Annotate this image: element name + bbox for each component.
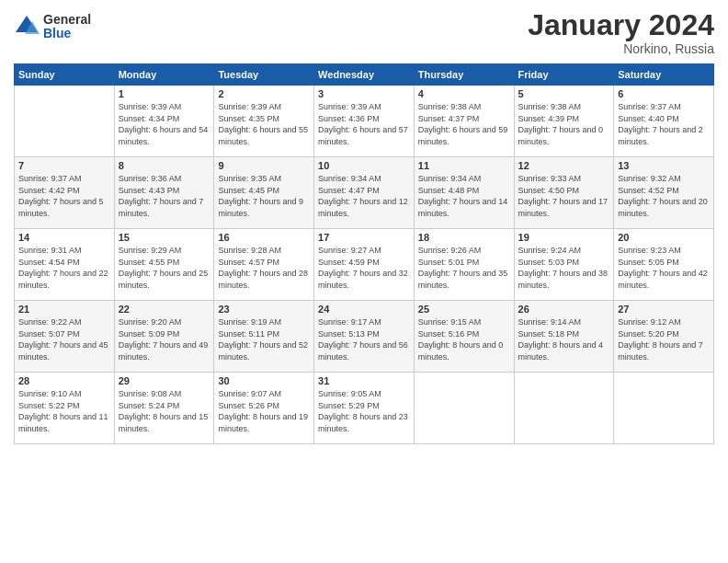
- title-section: January 2024 Norkino, Russia: [528, 9, 714, 56]
- week-row-2: 7 Sunrise: 9:37 AMSunset: 4:42 PMDayligh…: [15, 157, 714, 229]
- calendar-cell: 4 Sunrise: 9:38 AMSunset: 4:37 PMDayligh…: [414, 86, 514, 157]
- day-info: Sunrise: 9:22 AMSunset: 5:07 PMDaylight:…: [18, 316, 110, 362]
- calendar-cell: 14 Sunrise: 9:31 AMSunset: 4:54 PMDaylig…: [15, 229, 115, 301]
- calendar-cell: 6 Sunrise: 9:37 AMSunset: 4:40 PMDayligh…: [614, 86, 714, 157]
- day-info: Sunrise: 9:33 AMSunset: 4:50 PMDaylight:…: [518, 173, 610, 219]
- day-info: Sunrise: 9:28 AMSunset: 4:57 PMDaylight:…: [218, 245, 310, 291]
- day-number: 1: [119, 88, 210, 99]
- day-info: Sunrise: 9:05 AMSunset: 5:29 PMDaylight:…: [318, 388, 410, 434]
- calendar-cell: 22 Sunrise: 9:20 AMSunset: 5:09 PMDaylig…: [114, 301, 214, 373]
- logo-blue-text: Blue: [43, 27, 91, 40]
- logo-text: General Blue: [43, 13, 91, 41]
- day-info: Sunrise: 9:31 AMSunset: 4:54 PMDaylight:…: [18, 245, 110, 291]
- logo-general-text: General: [43, 13, 91, 27]
- calendar-cell: 11 Sunrise: 9:34 AMSunset: 4:48 PMDaylig…: [414, 157, 514, 229]
- day-info: Sunrise: 9:12 AMSunset: 5:20 PMDaylight:…: [618, 316, 710, 362]
- calendar-cell: 21 Sunrise: 9:22 AMSunset: 5:07 PMDaylig…: [15, 301, 115, 373]
- day-info: Sunrise: 9:15 AMSunset: 5:16 PMDaylight:…: [418, 316, 510, 362]
- day-number: 18: [418, 232, 510, 243]
- calendar-cell: 10 Sunrise: 9:34 AMSunset: 4:47 PMDaylig…: [314, 157, 415, 229]
- week-row-5: 28 Sunrise: 9:10 AMSunset: 5:22 PMDaylig…: [15, 373, 714, 444]
- day-number: 25: [418, 304, 510, 315]
- calendar-cell: 8 Sunrise: 9:36 AMSunset: 4:43 PMDayligh…: [114, 157, 214, 229]
- day-number: 23: [218, 304, 310, 315]
- day-number: 19: [518, 232, 610, 243]
- location: Norkino, Russia: [528, 41, 714, 56]
- day-info: Sunrise: 9:34 AMSunset: 4:47 PMDaylight:…: [318, 173, 410, 219]
- day-number: 30: [218, 375, 310, 386]
- calendar-cell: 5 Sunrise: 9:38 AMSunset: 4:39 PMDayligh…: [514, 86, 614, 157]
- calendar-cell: 19 Sunrise: 9:24 AMSunset: 5:03 PMDaylig…: [514, 229, 614, 301]
- day-number: 27: [618, 304, 710, 315]
- day-number: 29: [119, 375, 210, 386]
- day-info: Sunrise: 9:38 AMSunset: 4:39 PMDaylight:…: [518, 101, 610, 147]
- col-wednesday: Wednesday: [314, 64, 415, 86]
- day-number: 21: [18, 304, 110, 315]
- logo: General Blue: [14, 13, 91, 41]
- day-info: Sunrise: 9:39 AMSunset: 4:35 PMDaylight:…: [218, 101, 310, 147]
- day-info: Sunrise: 9:17 AMSunset: 5:13 PMDaylight:…: [318, 316, 410, 362]
- col-sunday: Sunday: [15, 64, 115, 86]
- calendar-cell: 18 Sunrise: 9:26 AMSunset: 5:01 PMDaylig…: [414, 229, 514, 301]
- day-number: 24: [318, 304, 410, 315]
- day-number: 4: [418, 88, 510, 99]
- week-row-1: 1 Sunrise: 9:39 AMSunset: 4:34 PMDayligh…: [15, 86, 714, 157]
- day-info: Sunrise: 9:37 AMSunset: 4:42 PMDaylight:…: [18, 173, 110, 219]
- col-saturday: Saturday: [614, 64, 714, 86]
- day-number: 31: [318, 375, 410, 386]
- day-info: Sunrise: 9:39 AMSunset: 4:36 PMDaylight:…: [318, 101, 410, 147]
- day-number: 10: [318, 160, 410, 171]
- day-info: Sunrise: 9:27 AMSunset: 4:59 PMDaylight:…: [318, 245, 410, 291]
- calendar-cell: 29 Sunrise: 9:08 AMSunset: 5:24 PMDaylig…: [114, 373, 214, 444]
- col-friday: Friday: [514, 64, 614, 86]
- calendar-cell: 31 Sunrise: 9:05 AMSunset: 5:29 PMDaylig…: [314, 373, 415, 444]
- calendar-cell: 17 Sunrise: 9:27 AMSunset: 4:59 PMDaylig…: [314, 229, 415, 301]
- header-row: Sunday Monday Tuesday Wednesday Thursday…: [15, 64, 714, 86]
- day-number: 6: [618, 88, 710, 99]
- day-number: 2: [218, 88, 310, 99]
- day-number: 5: [518, 88, 610, 99]
- calendar-cell: 30 Sunrise: 9:07 AMSunset: 5:26 PMDaylig…: [214, 373, 314, 444]
- calendar-cell: 3 Sunrise: 9:39 AMSunset: 4:36 PMDayligh…: [314, 86, 415, 157]
- calendar-table: Sunday Monday Tuesday Wednesday Thursday…: [14, 63, 714, 444]
- day-info: Sunrise: 9:14 AMSunset: 5:18 PMDaylight:…: [518, 316, 610, 362]
- logo-icon: [14, 14, 40, 40]
- col-monday: Monday: [114, 64, 214, 86]
- calendar-cell: 12 Sunrise: 9:33 AMSunset: 4:50 PMDaylig…: [514, 157, 614, 229]
- day-info: Sunrise: 9:37 AMSunset: 4:40 PMDaylight:…: [618, 101, 710, 147]
- day-number: 14: [18, 232, 110, 243]
- day-number: 28: [18, 375, 110, 386]
- day-number: 13: [618, 160, 710, 171]
- day-number: 26: [518, 304, 610, 315]
- calendar-cell: [614, 373, 714, 444]
- calendar-cell: 23 Sunrise: 9:19 AMSunset: 5:11 PMDaylig…: [214, 301, 314, 373]
- calendar-cell: [15, 86, 115, 157]
- day-number: 22: [119, 304, 210, 315]
- day-number: 8: [119, 160, 210, 171]
- day-number: 11: [418, 160, 510, 171]
- calendar-cell: 15 Sunrise: 9:29 AMSunset: 4:55 PMDaylig…: [114, 229, 214, 301]
- calendar-cell: 27 Sunrise: 9:12 AMSunset: 5:20 PMDaylig…: [614, 301, 714, 373]
- day-info: Sunrise: 9:36 AMSunset: 4:43 PMDaylight:…: [119, 173, 210, 219]
- calendar-cell: 24 Sunrise: 9:17 AMSunset: 5:13 PMDaylig…: [314, 301, 415, 373]
- calendar-cell: 1 Sunrise: 9:39 AMSunset: 4:34 PMDayligh…: [114, 86, 214, 157]
- header: General Blue January 2024 Norkino, Russi…: [14, 9, 714, 56]
- day-info: Sunrise: 9:24 AMSunset: 5:03 PMDaylight:…: [518, 245, 610, 291]
- main-container: General Blue January 2024 Norkino, Russi…: [0, 0, 728, 454]
- month-title: January 2024: [528, 9, 714, 41]
- day-info: Sunrise: 9:32 AMSunset: 4:52 PMDaylight:…: [618, 173, 710, 219]
- day-number: 16: [218, 232, 310, 243]
- calendar-cell: 26 Sunrise: 9:14 AMSunset: 5:18 PMDaylig…: [514, 301, 614, 373]
- calendar-cell: 28 Sunrise: 9:10 AMSunset: 5:22 PMDaylig…: [15, 373, 115, 444]
- calendar-cell: 13 Sunrise: 9:32 AMSunset: 4:52 PMDaylig…: [614, 157, 714, 229]
- day-info: Sunrise: 9:29 AMSunset: 4:55 PMDaylight:…: [119, 245, 210, 291]
- day-info: Sunrise: 9:08 AMSunset: 5:24 PMDaylight:…: [119, 388, 210, 434]
- day-info: Sunrise: 9:19 AMSunset: 5:11 PMDaylight:…: [218, 316, 310, 362]
- col-thursday: Thursday: [414, 64, 514, 86]
- col-tuesday: Tuesday: [214, 64, 314, 86]
- calendar-cell: 25 Sunrise: 9:15 AMSunset: 5:16 PMDaylig…: [414, 301, 514, 373]
- calendar-cell: 7 Sunrise: 9:37 AMSunset: 4:42 PMDayligh…: [15, 157, 115, 229]
- day-number: 12: [518, 160, 610, 171]
- day-info: Sunrise: 9:39 AMSunset: 4:34 PMDaylight:…: [119, 101, 210, 147]
- day-number: 15: [119, 232, 210, 243]
